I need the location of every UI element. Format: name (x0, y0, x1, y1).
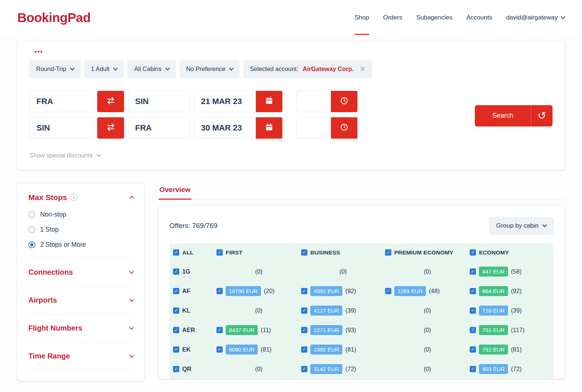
offer-count: (0) (424, 307, 431, 314)
nav-accounts[interactable]: Accounts (466, 0, 492, 35)
price-badge[interactable]: 6090 EUR (226, 345, 258, 354)
clock-icon (340, 123, 349, 133)
show-discounts-label: Show special discounts (29, 152, 93, 159)
offer-cell: (0) (216, 268, 301, 275)
checkbox[interactable]: ✓ (216, 288, 223, 294)
return-date-input[interactable] (194, 117, 256, 139)
destination-input[interactable] (128, 91, 190, 112)
checkbox[interactable]: ✓ (173, 249, 179, 256)
nav-orders[interactable]: Orders (383, 0, 402, 35)
leg-return (29, 117, 553, 139)
checkbox[interactable]: ✓ (301, 346, 307, 353)
origin-input[interactable] (29, 91, 93, 112)
filter-section-time-range[interactable]: Time Range (28, 342, 133, 370)
origin-input[interactable] (29, 117, 93, 139)
price-badge[interactable]: 2382 EUR (310, 345, 342, 354)
destination-input[interactable] (128, 117, 190, 139)
checkbox[interactable]: ✓ (216, 327, 223, 333)
price-badge[interactable]: 4127 EUR (310, 306, 342, 316)
radio-label: Non-stop (40, 211, 66, 218)
brand-logo[interactable]: BookingPad (17, 10, 91, 25)
cabins-value: All Cabins (134, 65, 161, 72)
search-button[interactable]: Search ↺ (475, 105, 553, 126)
price-badge[interactable]: 716 EUR (479, 306, 508, 316)
checkbox[interactable]: ✓ (173, 288, 179, 294)
checkbox[interactable]: ✓ (385, 288, 391, 294)
chevron-down-icon (561, 14, 565, 19)
calendar-button[interactable] (256, 91, 282, 112)
checkbox[interactable]: ✓ (216, 249, 223, 256)
app: BookingPad Shop Orders Subagencies Accou… (0, 0, 582, 392)
swap-airports-button[interactable] (97, 117, 124, 139)
calendar-button[interactable] (256, 117, 282, 139)
trip-type-dropdown[interactable]: Round-Trip (29, 60, 81, 78)
price-badge[interactable]: 792 EUR (479, 345, 508, 354)
checkbox[interactable]: ✓ (470, 307, 476, 314)
time-button[interactable] (331, 91, 357, 112)
checkbox[interactable]: ✓ (470, 327, 476, 333)
swap-airports-button[interactable] (97, 91, 124, 112)
checkbox[interactable]: ✓ (301, 327, 307, 333)
price-badge[interactable]: 803 EUR (479, 364, 508, 374)
offer-cell: ✓4092 EUR(92) (301, 286, 385, 296)
checkbox[interactable]: ✓ (216, 346, 223, 353)
checkbox[interactable]: ✓ (470, 249, 476, 256)
column-header-cell: ✓ECONOMY (470, 249, 550, 256)
filter-section-airports[interactable]: Airports (28, 286, 133, 314)
offer-cell: ✓751 EUR(117) (470, 325, 550, 335)
checkbox[interactable]: ✓ (173, 366, 179, 372)
search-history-icon[interactable]: ↺ (531, 110, 553, 122)
tab-overview[interactable]: Overview (159, 183, 191, 200)
checkbox[interactable]: ✓ (470, 288, 476, 294)
radio-1-stop[interactable]: 1 Stop (28, 226, 133, 234)
more-options-icon[interactable] (35, 51, 553, 53)
passengers-dropdown[interactable]: 1 Adult (84, 60, 124, 78)
checkbox[interactable]: ✓ (470, 346, 476, 353)
departure-time-input[interactable] (297, 91, 331, 112)
checkbox[interactable]: ✓ (173, 307, 179, 314)
checkbox[interactable]: ✓ (301, 307, 307, 314)
price-badge[interactable]: 447 EUR (479, 267, 508, 277)
checkbox[interactable]: ✓ (301, 249, 307, 256)
checkbox[interactable]: ✓ (470, 366, 476, 372)
checkbox[interactable]: ✓ (470, 268, 476, 275)
price-badge[interactable]: 10790 EUR (226, 286, 261, 296)
checkbox[interactable]: ✓ (173, 268, 179, 275)
table-row: ✓AF✓10790 EUR(20)✓4092 EUR(92)✓1169 EUR(… (169, 281, 554, 301)
return-time-input[interactable] (297, 117, 331, 139)
price-badge[interactable]: 2271 EUR (310, 325, 342, 335)
filter-section-max-stops[interactable]: Max Stops i (28, 193, 133, 202)
price-badge[interactable]: 751 EUR (479, 325, 508, 335)
price-badge[interactable]: 1169 EUR (394, 286, 426, 296)
price-badge[interactable]: 3142 EUR (310, 364, 342, 374)
swap-icon (106, 96, 116, 107)
checkbox[interactable]: ✓ (301, 366, 307, 372)
table-header-row: ✓ALL✓FIRST✓BUSINESS✓PREMIUM ECONOMY✓ECON… (169, 243, 554, 262)
selected-account-chip[interactable]: Selected account: AirGateway Corp. ✕ (243, 60, 372, 78)
departure-date-input[interactable] (194, 91, 256, 112)
passengers-value: 1 Adult (91, 65, 109, 72)
price-badge[interactable]: 664 EUR (479, 286, 508, 296)
radio-non-stop[interactable]: Non-stop (28, 211, 133, 218)
airline-code: EK (182, 346, 191, 353)
nav-subagencies[interactable]: Subagencies (416, 0, 452, 35)
user-menu[interactable]: david@airgateway (506, 14, 565, 21)
filter-section-connections[interactable]: Connections (28, 258, 133, 286)
checkbox[interactable]: ✓ (173, 346, 179, 353)
filter-section-flight-numbers[interactable]: Flight Numbers (28, 314, 133, 342)
price-badge[interactable]: 4092 EUR (310, 286, 342, 296)
airline-preference-dropdown[interactable]: No Preference (180, 60, 240, 78)
price-badge[interactable]: 8437 EUR (226, 325, 258, 335)
nav-shop[interactable]: Shop (355, 0, 369, 35)
show-discounts-link[interactable]: Show special discounts (29, 152, 553, 159)
checkbox[interactable]: ✓ (385, 249, 391, 256)
cabins-dropdown[interactable]: All Cabins (127, 60, 176, 78)
group-by-cabin-dropdown[interactable]: Group by cabin (489, 217, 554, 235)
offer-count: (92) (345, 288, 356, 295)
close-icon[interactable]: ✕ (360, 65, 366, 73)
checkbox[interactable]: ✓ (301, 288, 307, 294)
checkbox[interactable]: ✓ (173, 327, 179, 333)
time-button[interactable] (331, 117, 357, 139)
airline-code: 1G (182, 268, 190, 275)
radio-2-stops-or-more[interactable]: 2 Stops or More (28, 241, 133, 249)
